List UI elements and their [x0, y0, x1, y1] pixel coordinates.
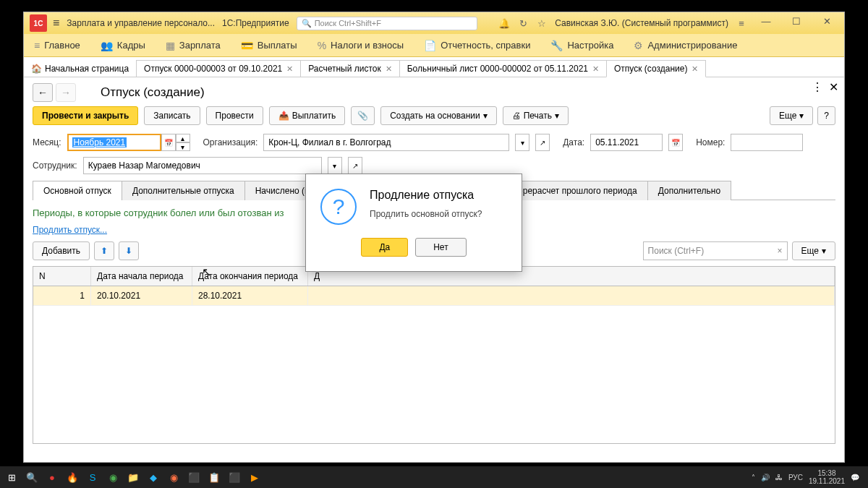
calendar-button[interactable]: 📅	[161, 134, 176, 151]
user-name[interactable]: Савинская З.Ю. (Системный программист)	[555, 18, 728, 28]
no-button[interactable]: Нет	[415, 238, 466, 257]
org-input[interactable]: Крон-Ц, Филиал в г. Волгоград	[263, 134, 509, 151]
lang-indicator[interactable]: РУС	[788, 474, 803, 481]
clock-date[interactable]: 19.11.2021	[809, 477, 845, 485]
tab-vacation-new[interactable]: Отпуск (создание)✕	[606, 60, 706, 77]
tab-vacation-1[interactable]: Отпуск 0000-000003 от 09.10.2021✕	[136, 60, 301, 77]
tab-sickleave[interactable]: Больничный лист 0000-000002 от 05.11.202…	[399, 60, 607, 77]
date-input[interactable]: 05.11.2021	[590, 134, 663, 151]
move-down-button[interactable]: ⬇	[119, 241, 139, 260]
firefox-icon[interactable]: 🔥	[64, 468, 81, 486]
app-icon-3[interactable]: ⬛	[185, 468, 203, 486]
col-end[interactable]: Дата окончания периода	[192, 267, 308, 286]
number-input[interactable]	[731, 134, 803, 151]
hamburger-icon[interactable]: ≡	[53, 17, 59, 30]
app-icon-4[interactable]: 📋	[205, 468, 223, 486]
create-based-button[interactable]: Создать на основании ▾	[380, 106, 497, 125]
move-up-button[interactable]: ⬆	[94, 241, 114, 260]
close-icon[interactable]: ✕	[692, 64, 698, 74]
history-icon[interactable]: ↻	[517, 17, 529, 29]
start-button[interactable]: ⊞	[3, 468, 20, 486]
menu-personnel[interactable]: 👥Кадры	[96, 37, 150, 54]
emp-dropdown-button[interactable]: ▾	[328, 157, 342, 174]
maximize-button[interactable]: ☐	[785, 16, 808, 30]
close-button[interactable]: ✕	[815, 16, 838, 30]
forward-button[interactable]: →	[56, 83, 76, 102]
app-icon[interactable]: ◆	[145, 468, 162, 486]
spin-up-button[interactable]: ▴	[176, 134, 190, 142]
menu-salary[interactable]: ▦Зарплата	[161, 37, 225, 54]
table-row[interactable]: 1 20.10.2021 28.10.2021	[33, 286, 835, 306]
people-icon: 👥	[101, 40, 113, 51]
menu-payments[interactable]: 💳Выплаты	[237, 37, 302, 54]
periods-table: N Дата начала периода Дата окончания пер…	[33, 266, 835, 444]
attach-button[interactable]: 📎	[351, 106, 375, 125]
close-icon[interactable]: ✕	[286, 64, 293, 74]
menu-settings[interactable]: 🔧Настройка	[546, 37, 618, 54]
search-button[interactable]: 🔍	[23, 468, 41, 486]
clock-time[interactable]: 15:38	[809, 469, 845, 477]
tab-home[interactable]: 🏠Начальная страница	[24, 61, 136, 77]
close-icon[interactable]: ✕	[592, 64, 599, 74]
page-menu-icon[interactable]: ⋮	[812, 80, 823, 94]
app-icon-5[interactable]: ⬛	[226, 468, 243, 486]
pay-icon: 📤	[278, 111, 289, 121]
clear-icon[interactable]: ×	[778, 246, 783, 256]
star-icon[interactable]: ☆	[536, 17, 548, 29]
table-empty-area	[33, 306, 835, 443]
date-calendar-button[interactable]: 📅	[668, 134, 683, 151]
post-button[interactable]: Провести	[206, 106, 263, 125]
emp-open-button[interactable]: ↗	[348, 157, 362, 174]
network-icon[interactable]: 🖧	[775, 474, 783, 481]
subtab-additional[interactable]: Дополнительные отпуска	[122, 181, 245, 200]
spin-down-button[interactable]: ▾	[176, 142, 190, 151]
more-button[interactable]: Еще ▾	[770, 106, 813, 125]
app-icon-2[interactable]: ◉	[165, 468, 182, 486]
add-button[interactable]: Добавить	[33, 241, 90, 260]
number-label: Номер:	[696, 137, 725, 147]
menu-main[interactable]: ≡Главное	[30, 37, 85, 54]
col-start[interactable]: Дата начала периода	[91, 267, 192, 286]
titlebar: 1C ≡ Зарплата и управление персонало... …	[24, 12, 844, 34]
percent-icon: %	[318, 40, 326, 51]
emp-input[interactable]: Кураев Назар Магомедович	[83, 157, 322, 174]
subtab-main[interactable]: Основной отпуск	[33, 181, 122, 200]
explorer-icon[interactable]: 📁	[124, 468, 142, 486]
print-button[interactable]: 🖨Печать ▾	[503, 106, 569, 125]
menu-admin[interactable]: ⚙Администрирование	[629, 37, 741, 54]
extend-link[interactable]: Продлить отпуск...	[33, 225, 107, 235]
chevron-down-icon: ▾	[483, 111, 488, 121]
tab-payslip[interactable]: Расчетный листок✕	[300, 60, 399, 77]
table-more-button[interactable]: Еще ▾	[792, 241, 835, 260]
app-title: Зарплата и управление персонало...	[67, 18, 215, 28]
page-close-icon[interactable]: ✕	[829, 80, 838, 94]
post-close-button[interactable]: Провести и закрыть	[33, 106, 138, 125]
pay-button[interactable]: 📤Выплатить	[269, 106, 346, 125]
col-n[interactable]: N	[33, 267, 91, 286]
help-button[interactable]: ?	[817, 106, 835, 125]
opera-icon[interactable]: ●	[43, 468, 61, 486]
tray-up-icon[interactable]: ˄	[752, 474, 755, 481]
skype-icon[interactable]: S	[84, 468, 101, 486]
document-tabs: 🏠Начальная страница Отпуск 0000-000003 о…	[24, 57, 844, 77]
save-button[interactable]: Записать	[144, 106, 200, 125]
org-dropdown-button[interactable]: ▾	[515, 134, 529, 151]
subtab-recalc[interactable]: Перерасчет прошлого периода	[501, 181, 647, 200]
chrome-icon[interactable]: ◉	[104, 468, 122, 486]
close-icon[interactable]: ✕	[386, 64, 392, 74]
month-input[interactable]: Ноябрь 2021	[67, 134, 161, 151]
volume-icon[interactable]: 🔊	[761, 474, 770, 481]
bell-icon[interactable]: 🔔	[498, 17, 510, 29]
org-open-button[interactable]: ↗	[535, 134, 550, 151]
settings-icon[interactable]: ≡	[736, 17, 747, 29]
notification-icon[interactable]: 💬	[851, 474, 859, 481]
back-button[interactable]: ←	[33, 83, 53, 102]
app-icon-6[interactable]: ▶	[246, 468, 263, 486]
menu-reports[interactable]: 📄Отчетность, справки	[420, 37, 535, 54]
subtab-extra[interactable]: Дополнительно	[647, 181, 731, 200]
global-search[interactable]: 🔍 Поиск Ctrl+Shift+F	[297, 17, 477, 30]
table-search[interactable]: Поиск (Ctrl+F) ×	[643, 241, 788, 260]
yes-button[interactable]: Да	[361, 238, 408, 257]
minimize-button[interactable]: —	[754, 16, 778, 30]
menu-taxes[interactable]: %Налоги и взносы	[313, 37, 409, 54]
